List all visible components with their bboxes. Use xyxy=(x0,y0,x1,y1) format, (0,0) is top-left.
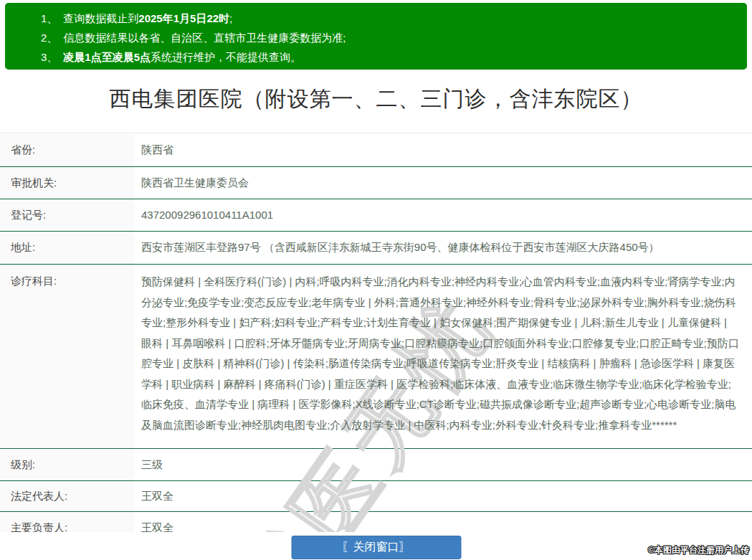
notice-number: 3、 xyxy=(41,51,57,63)
field-label: 诊疗科目: xyxy=(0,265,134,448)
notice-text: 系统进行维护，不能提供查询。 xyxy=(151,51,301,63)
uploader-stamp: ©本图由平台注册用户上传 xyxy=(648,544,749,556)
field-label: 登记号: xyxy=(0,199,134,231)
notice-line-2: 2、信息数据结果以各省、自治区、直辖市卫生健康委数据为准; xyxy=(41,28,740,47)
field-label: 主要负责人: xyxy=(0,512,134,532)
page-title: 西电集团医院（附设第一、二、三门诊，含沣东院区） xyxy=(0,85,752,114)
field-value: 王双全 xyxy=(134,512,752,532)
field-label: 级别: xyxy=(0,449,134,480)
field-label: 法定代表人: xyxy=(0,481,134,511)
notice-text: 信息数据结果以各省、自治区、直辖市卫生健康委数据为准; xyxy=(63,32,346,44)
field-value: 43720092961010411A1001 xyxy=(134,199,752,231)
notice-line-1: 1、查询数据截止到2025年1月5日22时; xyxy=(41,9,740,28)
table-row-medical-departments: 诊疗科目: 预防保健科 | 全科医疗科(门诊) | 内科;呼吸内科专业;消化内科… xyxy=(0,265,752,449)
notice-text: ; xyxy=(229,12,232,24)
table-row-level: 级别: 三级 xyxy=(0,449,752,481)
field-label: 审批机关: xyxy=(0,167,134,199)
field-value: 预防保健科 | 全科医疗科(门诊) | 内科;呼吸内科专业;消化内科专业;神经内… xyxy=(134,265,752,448)
field-value: 陕西省 xyxy=(134,133,752,166)
close-window-button[interactable]: 〖关闭窗口〗 xyxy=(291,536,461,559)
field-value: 三级 xyxy=(134,449,752,480)
notice-text-bold: 2025年1月5日22时 xyxy=(138,12,229,24)
hospital-info-table: 就医无忧 省份: 陕西省 审批机关: 陕西省卫生健康委员会 登记号: 43720… xyxy=(0,133,752,532)
field-label: 地址: xyxy=(0,232,134,264)
notice-banner: 1、查询数据截止到2025年1月5日22时; 2、信息数据结果以各省、自治区、直… xyxy=(5,3,747,70)
field-label: 省份: xyxy=(0,133,134,166)
notice-number: 1、 xyxy=(41,12,57,24)
table-row-province: 省份: 陕西省 xyxy=(0,133,752,167)
table-row-main-person-in-charge: 主要负责人: 王双全 xyxy=(0,512,752,532)
notice-text: 查询数据截止到 xyxy=(63,12,138,24)
field-value: 西安市莲湖区丰登路97号 （含西咸新区沣东新城王寺东街90号、健康体检科位于西安… xyxy=(134,232,752,264)
notice-text-bold: 凌晨1点至凌晨5点 xyxy=(63,51,151,63)
notice-line-3: 3、凌晨1点至凌晨5点系统进行维护，不能提供查询。 xyxy=(41,47,740,67)
table-row-address: 地址: 西安市莲湖区丰登路97号 （含西咸新区沣东新城王寺东街90号、健康体检科… xyxy=(0,232,752,265)
field-value: 王双全 xyxy=(134,481,752,511)
table-row-approval-authority: 审批机关: 陕西省卫生健康委员会 xyxy=(0,167,752,199)
table-row-legal-representative: 法定代表人: 王双全 xyxy=(0,481,752,512)
field-value: 陕西省卫生健康委员会 xyxy=(134,167,752,199)
notice-number: 2、 xyxy=(41,32,57,44)
table-row-registration-number: 登记号: 43720092961010411A1001 xyxy=(0,199,752,232)
hospital-detail-page: 1、查询数据截止到2025年1月5日22时; 2、信息数据结果以各省、自治区、直… xyxy=(0,0,752,560)
